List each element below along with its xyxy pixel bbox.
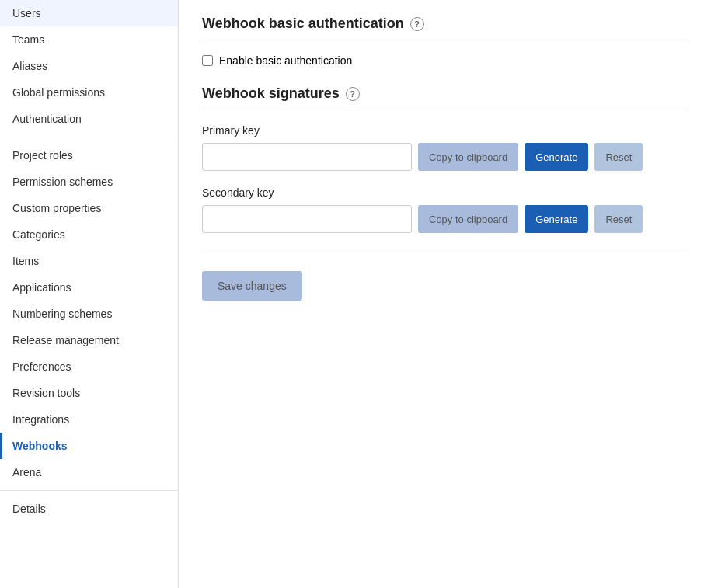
sidebar-item-custom-properties[interactable]: Custom properties (0, 195, 178, 221)
sidebar-item-teams[interactable]: Teams (0, 26, 178, 53)
secondary-reset-button[interactable]: Reset (594, 205, 643, 233)
sidebar-divider (0, 490, 178, 491)
signatures-section: Webhook signatures ? Primary key Copy to… (202, 85, 688, 233)
secondary-copy-button[interactable]: Copy to clipboard (418, 205, 518, 233)
enable-basic-auth-label[interactable]: Enable basic authentication (219, 54, 352, 67)
enable-basic-auth-checkbox[interactable] (202, 55, 213, 66)
enable-basic-auth-row: Enable basic authentication (202, 54, 688, 67)
primary-copy-button[interactable]: Copy to clipboard (418, 143, 518, 171)
sidebar-item-integrations[interactable]: Integrations (0, 406, 178, 433)
sidebar: UsersTeamsAliasesGlobal permissionsAuthe… (0, 0, 179, 588)
sidebar-item-permission-schemes[interactable]: Permission schemes (0, 169, 178, 195)
sidebar-item-numbering-schemes[interactable]: Numbering schemes (0, 301, 178, 327)
sidebar-item-authentication[interactable]: Authentication (0, 106, 178, 132)
basic-auth-section: Webhook basic authentication ? Enable ba… (202, 16, 688, 67)
sidebar-item-revision-tools[interactable]: Revision tools (0, 380, 178, 406)
basic-auth-divider (202, 40, 688, 40)
sidebar-item-webhooks[interactable]: Webhooks (0, 433, 178, 459)
primary-key-input[interactable] (202, 143, 412, 171)
primary-key-row: Copy to clipboard Generate Reset (202, 143, 688, 171)
sidebar-item-aliases[interactable]: Aliases (0, 53, 178, 79)
secondary-key-label: Secondary key (202, 186, 688, 199)
primary-key-label: Primary key (202, 124, 688, 137)
sidebar-item-details[interactable]: Details (0, 496, 178, 522)
main-content: Webhook basic authentication ? Enable ba… (179, 0, 711, 588)
sidebar-item-applications[interactable]: Applications (0, 274, 178, 301)
signatures-title: Webhook signatures ? (202, 85, 688, 102)
signatures-help-icon[interactable]: ? (346, 87, 360, 101)
sidebar-divider (0, 137, 178, 137)
secondary-key-input[interactable] (202, 205, 412, 233)
signatures-title-text: Webhook signatures (202, 85, 340, 102)
sidebar-item-users[interactable]: Users (0, 0, 178, 26)
secondary-key-section: Secondary key Copy to clipboard Generate… (202, 186, 688, 233)
bottom-divider (202, 249, 688, 249)
sidebar-item-items[interactable]: Items (0, 248, 178, 274)
save-changes-button[interactable]: Save changes (202, 271, 302, 301)
sidebar-item-preferences[interactable]: Preferences (0, 353, 178, 380)
sidebar-item-project-roles[interactable]: Project roles (0, 142, 178, 169)
sidebar-item-categories[interactable]: Categories (0, 221, 178, 248)
basic-auth-title: Webhook basic authentication ? (202, 16, 688, 32)
sidebar-item-release-management[interactable]: Release management (0, 327, 178, 353)
signatures-divider (202, 110, 688, 110)
primary-key-section: Primary key Copy to clipboard Generate R… (202, 124, 688, 171)
sidebar-item-arena[interactable]: Arena (0, 459, 178, 485)
sidebar-item-global-permissions[interactable]: Global permissions (0, 79, 178, 106)
basic-auth-help-icon[interactable]: ? (410, 17, 424, 31)
primary-generate-button[interactable]: Generate (525, 143, 588, 171)
basic-auth-title-text: Webhook basic authentication (202, 16, 404, 32)
secondary-generate-button[interactable]: Generate (525, 205, 588, 233)
secondary-key-row: Copy to clipboard Generate Reset (202, 205, 688, 233)
primary-reset-button[interactable]: Reset (594, 143, 643, 171)
